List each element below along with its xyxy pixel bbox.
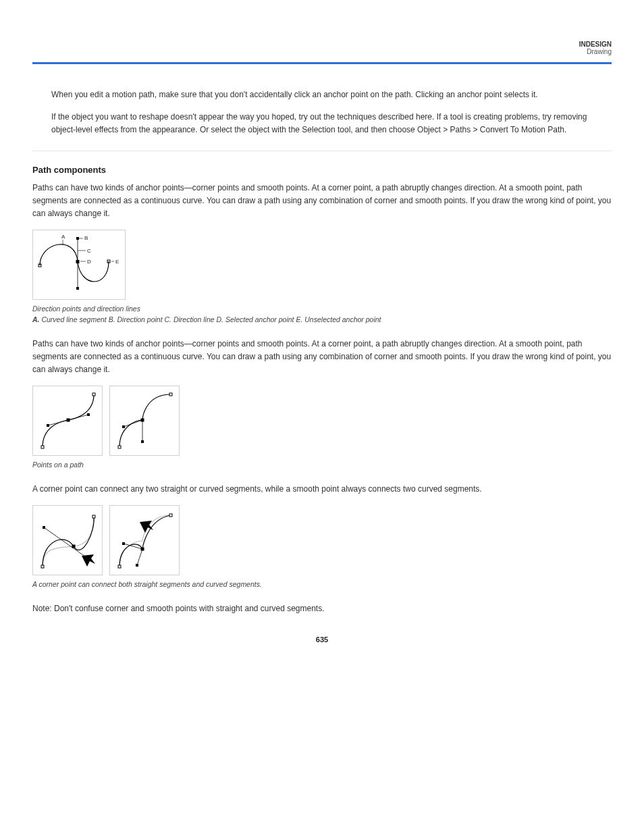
figure-2a-svg [33,386,103,457]
curve-path [40,244,109,282]
direction-point-top [76,237,79,240]
figure-3-panel-2 [109,505,180,575]
product-name: INDESIGN [579,41,612,48]
direction-point-bottom [76,287,79,290]
section-name: Drawing [587,48,612,55]
fig3a-anchor-center [72,545,76,548]
fig3a-dirpt-1 [43,526,45,529]
page-header: INDESIGN Drawing [32,41,612,64]
fig2a-anchor-tr [92,393,95,396]
fig2a-dirpt-r [87,413,90,416]
label-c: C [87,248,91,254]
figure-1-caption: Direction points and direction lines A. … [32,304,612,325]
figure-1: A B C D E [32,230,612,300]
figure-1-svg: A B C D E [33,230,126,301]
fig3b-dirpt-1 [122,542,125,545]
fig3b-dirpt-2 [136,564,138,567]
fig2b-anchor-center [141,419,144,422]
selected-anchor [76,260,80,263]
figure-3-panel-1 [32,505,103,575]
figure-3 [32,505,612,575]
header-rule [32,62,612,64]
components-p1: Paths can have two kinds of anchor point… [32,182,612,221]
fig2a-anchor-center [67,419,70,422]
fig1-caption-line2: Curved line segment B. Direction point C… [41,315,381,323]
fig3a-anchor-bl [41,565,44,568]
fig2b-dirpt-1 [122,425,125,428]
intro-paragraph-2: If the object you want to reshape doesn'… [51,111,612,136]
components-p3: A corner point can connect any two strai… [32,483,612,496]
page: INDESIGN Drawing When you edit a motion … [0,0,644,671]
figure-3a-svg [33,506,103,576]
fig1-caption-a: A. [32,315,41,323]
fig2b-anchor-tr [169,393,172,396]
fig3b-anchor-bl [118,565,121,568]
fig2b-curve [119,394,171,447]
label-a: A [61,234,65,240]
label-d: D [87,259,91,265]
fig3b-anchor-center [141,548,144,551]
fig2b-dirpt-2 [141,440,144,443]
fig3b-dirline-2 [137,549,142,565]
components-p2: Paths can have two kinds of anchor point… [32,338,612,377]
header-right: INDESIGN Drawing [32,41,612,55]
figure-2b-svg [110,386,180,457]
figure-2 [32,386,612,456]
label-e: E [115,259,119,265]
figure-3-caption: A corner point can connect both straight… [32,579,612,590]
intro-paragraph-1: When you edit a motion path, make sure t… [51,88,612,101]
page-number: 635 [32,635,612,644]
figure-2-panel-1 [32,386,103,456]
components-p4: Note: Don't confuse corner and smooth po… [32,602,612,615]
fig2a-anchor-bl [41,446,44,448]
intro-p2-menu: Object > Paths > Convert To Motion Path. [417,125,566,134]
figure-1-panel: A B C D E [32,230,126,300]
fig2a-dirpt-l [47,424,49,427]
fig2b-dirline-1 [124,420,142,427]
fig3b-anchor-tr [169,514,172,517]
fig3a-anchor-tr [92,515,95,518]
section-divider [32,151,612,151]
figure-2-caption: Points on a path [32,460,612,471]
figure-3b-svg [110,506,180,576]
cursor-arrow-icon [82,554,95,567]
fig1-caption-line1: Direction points and direction lines [32,305,140,313]
label-b: B [84,235,88,241]
fig2b-anchor-bl [118,446,121,448]
figure-2-panel-2 [109,386,180,456]
section-heading-components: Path components [32,165,612,175]
